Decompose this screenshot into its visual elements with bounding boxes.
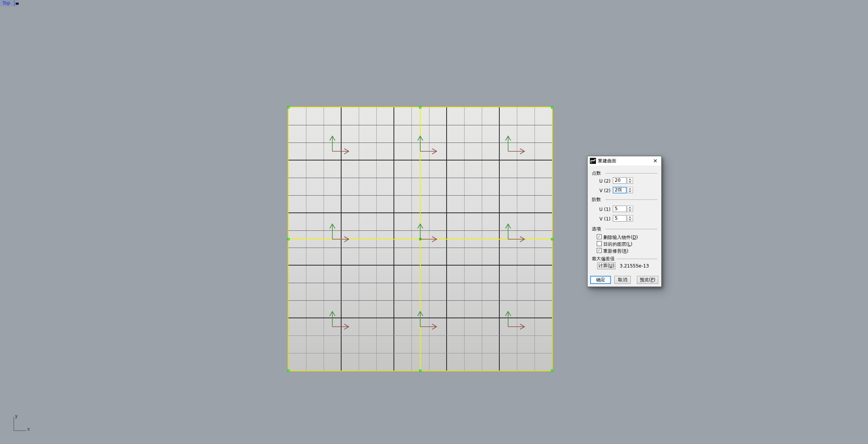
check-icon: ✓ [597,248,601,253]
u-direction-arrow [420,324,437,329]
viewport-title-top[interactable]: Top [0,0,18,6]
x-axis-line [13,430,26,431]
field-label-v1: V (1) [588,216,611,222]
u-direction-arrow [508,324,525,329]
v-direction-arrow [418,311,423,327]
y-axis-label: y [15,413,18,419]
chevron-down-icon[interactable] [16,3,19,5]
separator [606,229,657,229]
field-label-v2: V (2) [588,188,611,193]
spinner-v-point-count[interactable]: ▲ ▼ [627,187,633,193]
v-direction-arrow [418,136,423,151]
spinner-down-icon[interactable]: ▼ [627,209,633,212]
uv-direction-arrows [504,219,529,243]
uv-direction-arrows [416,131,441,155]
u-direction-arrow [508,237,525,242]
u-direction-arrow [332,149,349,154]
spinner-down-icon[interactable]: ▼ [627,181,633,183]
u-direction-arrow [420,237,437,242]
checkbox-delete-input[interactable]: ✓ [597,234,602,239]
u-direction-arrow [508,149,525,154]
surface-control-point[interactable] [287,369,290,372]
surface-control-point[interactable] [551,238,553,240]
input-u-point-count[interactable]: 20 [613,177,627,184]
checkbox-label-current-layer[interactable]: 目前的图层(L) [603,241,632,248]
field-label-u1: U (1) [588,207,611,212]
checkbox-label-retrim[interactable]: 重新修剪(R) [603,248,628,254]
u-direction-arrow [332,324,349,329]
ok-button[interactable]: 确定 [590,276,611,284]
surface-control-point[interactable] [551,369,553,372]
v-direction-arrow [418,224,423,239]
uv-direction-arrows [329,307,353,331]
v-direction-arrow [330,311,335,327]
uv-direction-arrows [329,131,353,155]
preview-button[interactable]: 预览(P) [637,276,658,284]
group-label-max-deviation: 最大偏差值 [592,256,615,262]
uv-direction-arrows [416,307,441,331]
y-axis-line [13,417,14,431]
surface-control-point[interactable] [419,369,421,372]
u-direction-arrow [420,149,437,154]
dialog-title: 重建曲面 [598,158,616,164]
rebuild-surface-icon [590,158,596,164]
surface-control-point[interactable] [419,106,421,109]
viewport-title-divider [14,0,15,6]
uv-direction-arrows [504,307,529,331]
group-label-options: 选项 [592,226,601,232]
group-label-degree: 阶数 [592,196,601,203]
separator [606,199,657,200]
field-label-u2: U (2) [588,178,611,184]
uv-direction-arrows [504,131,529,155]
input-v-degree[interactable]: 5 [613,215,627,222]
surface-control-point[interactable] [551,106,553,109]
v-direction-arrow [330,224,335,239]
spinner-v-degree[interactable]: ▲ ▼ [627,215,633,222]
cplane-axis-gizmo: y x [0,411,38,438]
checkbox-current-layer[interactable]: ✓ [597,241,602,246]
checkbox-label-delete-input[interactable]: 删除输入物件(D) [603,234,638,241]
spinner-down-icon[interactable]: ▼ [627,190,633,193]
u-direction-arrow [332,237,349,242]
checkbox-retrim[interactable]: ✓ [597,248,602,253]
selected-surface[interactable] [288,107,553,371]
spinner-u-degree[interactable]: ▲ ▼ [627,206,633,212]
separator [617,259,657,259]
viewport-title-text: Top [0,0,10,6]
spinner-up-icon[interactable]: ▲ [627,206,633,209]
v-direction-arrow [505,311,511,327]
spinner-up-icon[interactable]: ▲ [627,187,633,190]
max-deviation-value: 3.21555e-13 [620,263,649,269]
rhino-viewport-top: { "viewport": { "label": "Top", "label_c… [0,0,868,444]
close-icon[interactable]: ✕ [651,157,660,165]
spinner-up-icon[interactable]: ▲ [627,216,633,218]
x-axis-label: x [27,426,30,432]
spinner-u-point-count[interactable]: ▲ ▼ [627,177,633,184]
input-u-degree[interactable]: 5 [613,206,627,212]
rebuild-surface-dialog: 重建曲面 ✕ 点数 U (2) 20 ▲ ▼ V (2) 20 ▲ ▼ 阶数 U… [587,156,662,287]
spinner-down-icon[interactable]: ▼ [627,219,633,221]
surface-control-point[interactable] [287,238,290,240]
input-v-point-count[interactable]: 20 [613,187,627,193]
dialog-titlebar[interactable]: 重建曲面 ✕ [588,156,661,165]
spinner-up-icon[interactable]: ▲ [627,178,633,180]
calculate-button[interactable]: 计算(U) [597,262,615,269]
uv-direction-arrows [416,219,441,243]
text-caret [621,188,621,192]
separator [606,173,657,173]
cancel-button[interactable]: 取消 [614,276,631,284]
v-direction-arrow [505,224,511,239]
uv-direction-arrows [329,219,353,243]
v-direction-arrow [330,136,335,151]
check-icon: ✓ [597,235,601,239]
surface-control-point[interactable] [287,106,290,109]
v-direction-arrow [505,136,511,151]
group-label-point-count: 点数 [592,170,601,177]
